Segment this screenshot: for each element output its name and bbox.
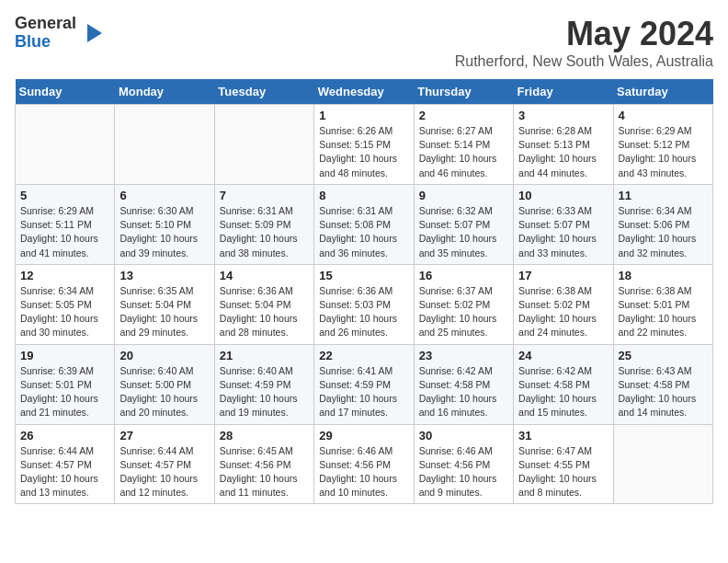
logo-blue: Blue [15,33,76,52]
calendar-header-row: SundayMondayTuesdayWednesdayThursdayFrid… [16,79,713,105]
calendar-cell: 26Sunrise: 6:44 AM Sunset: 4:57 PM Dayli… [16,424,115,504]
calendar-cell: 12Sunrise: 6:34 AM Sunset: 5:05 PM Dayli… [16,264,115,344]
calendar-cell [16,105,115,185]
day-number: 25 [619,349,708,362]
calendar-cell: 21Sunrise: 6:40 AM Sunset: 4:59 PM Dayli… [214,344,313,424]
day-number: 22 [319,349,408,362]
calendar-week-row: 26Sunrise: 6:44 AM Sunset: 4:57 PM Dayli… [16,424,713,504]
day-number: 29 [319,429,408,442]
calendar-cell: 17Sunrise: 6:38 AM Sunset: 5:02 PM Dayli… [514,264,613,344]
calendar-cell: 29Sunrise: 6:46 AM Sunset: 4:56 PM Dayli… [314,424,414,504]
day-info: Sunrise: 6:33 AM Sunset: 5:07 PM Dayligh… [518,204,608,260]
calendar-cell: 6Sunrise: 6:30 AM Sunset: 5:10 PM Daylig… [115,184,214,264]
calendar-cell [115,105,214,185]
day-number: 1 [319,109,408,122]
day-info: Sunrise: 6:36 AM Sunset: 5:03 PM Dayligh… [319,284,408,340]
calendar-cell: 23Sunrise: 6:42 AM Sunset: 4:58 PM Dayli… [414,344,513,424]
day-number: 28 [220,429,309,442]
calendar-cell: 24Sunrise: 6:42 AM Sunset: 4:58 PM Dayli… [514,344,613,424]
calendar-week-row: 5Sunrise: 6:29 AM Sunset: 5:11 PM Daylig… [16,184,713,264]
day-number: 2 [419,109,508,122]
day-info: Sunrise: 6:44 AM Sunset: 4:57 PM Dayligh… [119,444,209,500]
day-number: 13 [119,269,209,282]
day-info: Sunrise: 6:29 AM Sunset: 5:11 PM Dayligh… [20,204,109,260]
day-info: Sunrise: 6:27 AM Sunset: 5:14 PM Dayligh… [419,124,508,180]
calendar-cell: 7Sunrise: 6:31 AM Sunset: 5:09 PM Daylig… [214,184,313,264]
day-info: Sunrise: 6:46 AM Sunset: 4:56 PM Dayligh… [419,444,508,500]
calendar-cell: 31Sunrise: 6:47 AM Sunset: 4:55 PM Dayli… [514,424,613,504]
day-info: Sunrise: 6:31 AM Sunset: 5:08 PM Dayligh… [319,204,408,260]
calendar-cell: 18Sunrise: 6:38 AM Sunset: 5:01 PM Dayli… [613,264,712,344]
day-number: 17 [518,269,608,282]
day-info: Sunrise: 6:28 AM Sunset: 5:13 PM Dayligh… [518,124,608,180]
calendar-cell [613,424,712,504]
day-number: 23 [419,349,508,362]
day-info: Sunrise: 6:41 AM Sunset: 4:59 PM Dayligh… [319,364,408,420]
day-info: Sunrise: 6:29 AM Sunset: 5:12 PM Dayligh… [619,124,708,180]
day-info: Sunrise: 6:26 AM Sunset: 5:15 PM Dayligh… [319,124,408,180]
day-number: 8 [319,189,408,202]
svg-marker-0 [87,24,102,42]
calendar-cell: 10Sunrise: 6:33 AM Sunset: 5:07 PM Dayli… [514,184,613,264]
day-number: 14 [220,269,309,282]
calendar-cell: 20Sunrise: 6:40 AM Sunset: 5:00 PM Dayli… [115,344,214,424]
header-tuesday: Tuesday [214,79,313,105]
calendar-cell: 28Sunrise: 6:45 AM Sunset: 4:56 PM Dayli… [214,424,313,504]
day-number: 26 [20,429,109,442]
day-number: 9 [419,189,508,202]
main-title: May 2024 [455,15,713,53]
day-number: 7 [220,189,309,202]
title-area: May 2024 Rutherford, New South Wales, Au… [455,15,713,70]
day-info: Sunrise: 6:34 AM Sunset: 5:06 PM Dayligh… [619,204,708,260]
day-number: 20 [119,349,209,362]
calendar-cell: 13Sunrise: 6:35 AM Sunset: 5:04 PM Dayli… [115,264,214,344]
header: General Blue May 2024 Rutherford, New So… [15,15,713,70]
day-number: 5 [20,189,109,202]
calendar-week-row: 19Sunrise: 6:39 AM Sunset: 5:01 PM Dayli… [16,344,713,424]
day-number: 15 [319,269,408,282]
calendar-cell: 5Sunrise: 6:29 AM Sunset: 5:11 PM Daylig… [16,184,115,264]
day-info: Sunrise: 6:32 AM Sunset: 5:07 PM Dayligh… [419,204,508,260]
day-info: Sunrise: 6:35 AM Sunset: 5:04 PM Dayligh… [119,284,209,340]
calendar-cell: 19Sunrise: 6:39 AM Sunset: 5:01 PM Dayli… [16,344,115,424]
day-info: Sunrise: 6:34 AM Sunset: 5:05 PM Dayligh… [20,284,109,340]
logo-icon [80,20,106,46]
calendar-cell: 8Sunrise: 6:31 AM Sunset: 5:08 PM Daylig… [314,184,414,264]
calendar-week-row: 12Sunrise: 6:34 AM Sunset: 5:05 PM Dayli… [16,264,713,344]
header-saturday: Saturday [613,79,712,105]
day-info: Sunrise: 6:31 AM Sunset: 5:09 PM Dayligh… [220,204,309,260]
calendar-cell: 2Sunrise: 6:27 AM Sunset: 5:14 PM Daylig… [414,105,513,185]
day-info: Sunrise: 6:38 AM Sunset: 5:02 PM Dayligh… [518,284,608,340]
day-info: Sunrise: 6:36 AM Sunset: 5:04 PM Dayligh… [220,284,309,340]
day-info: Sunrise: 6:40 AM Sunset: 4:59 PM Dayligh… [220,364,309,420]
day-info: Sunrise: 6:37 AM Sunset: 5:02 PM Dayligh… [419,284,508,340]
calendar-cell: 11Sunrise: 6:34 AM Sunset: 5:06 PM Dayli… [613,184,712,264]
day-number: 24 [518,349,608,362]
day-info: Sunrise: 6:43 AM Sunset: 4:58 PM Dayligh… [619,364,708,420]
header-wednesday: Wednesday [314,79,414,105]
day-number: 31 [518,429,608,442]
day-number: 11 [619,189,708,202]
calendar-cell: 22Sunrise: 6:41 AM Sunset: 4:59 PM Dayli… [314,344,414,424]
subtitle: Rutherford, New South Wales, Australia [455,53,713,70]
calendar-cell: 16Sunrise: 6:37 AM Sunset: 5:02 PM Dayli… [414,264,513,344]
day-info: Sunrise: 6:46 AM Sunset: 4:56 PM Dayligh… [319,444,408,500]
day-info: Sunrise: 6:42 AM Sunset: 4:58 PM Dayligh… [518,364,608,420]
header-friday: Friday [514,79,613,105]
logo: General Blue [15,15,106,52]
logo-general: General [15,15,76,33]
day-number: 16 [419,269,508,282]
day-info: Sunrise: 6:30 AM Sunset: 5:10 PM Dayligh… [119,204,209,260]
calendar-week-row: 1Sunrise: 6:26 AM Sunset: 5:15 PM Daylig… [16,105,713,185]
day-number: 4 [619,109,708,122]
calendar-cell: 9Sunrise: 6:32 AM Sunset: 5:07 PM Daylig… [414,184,513,264]
day-number: 30 [419,429,508,442]
calendar-cell: 25Sunrise: 6:43 AM Sunset: 4:58 PM Dayli… [613,344,712,424]
day-number: 21 [220,349,309,362]
day-number: 3 [518,109,608,122]
day-info: Sunrise: 6:38 AM Sunset: 5:01 PM Dayligh… [619,284,708,340]
calendar-cell: 15Sunrise: 6:36 AM Sunset: 5:03 PM Dayli… [314,264,414,344]
calendar-cell: 1Sunrise: 6:26 AM Sunset: 5:15 PM Daylig… [314,105,414,185]
header-monday: Monday [115,79,214,105]
day-number: 12 [20,269,109,282]
